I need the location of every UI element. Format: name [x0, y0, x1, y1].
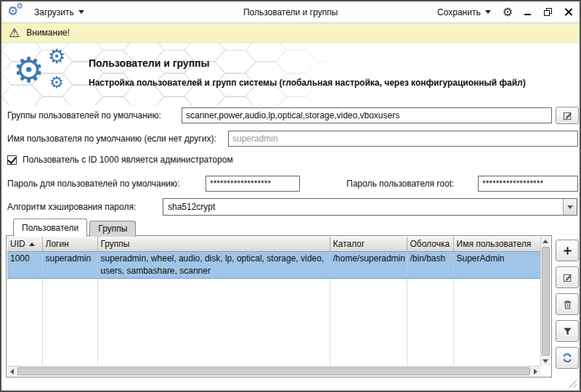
hash-algorithm-value: sha512crypt	[163, 199, 563, 215]
default-groups-label: Группы пользователей по умолчанию:	[7, 107, 161, 123]
titlebar: ⚙⚙ Загрузить Пользователи и группы Сохра…	[1, 1, 580, 23]
tab-users[interactable]: Пользователи	[13, 219, 87, 237]
load-menu-label: Загрузить	[34, 7, 74, 17]
combo-dropdown-button[interactable]	[563, 199, 577, 215]
refresh-button[interactable]	[556, 347, 579, 369]
pencil-icon	[562, 272, 573, 283]
hexagon-fade	[248, 43, 343, 105]
funnel-icon	[562, 326, 573, 337]
plus-icon	[562, 245, 573, 256]
resize-grip[interactable]	[569, 380, 577, 388]
minimize-button[interactable]	[521, 7, 533, 18]
table-header-row: UID Логин Группы Каталог Оболочка Имя по…	[7, 237, 542, 251]
column-header-groups[interactable]: Группы	[97, 237, 330, 251]
load-menu-button[interactable]: Загрузить	[31, 6, 87, 19]
horizontal-scrollbar[interactable]	[7, 366, 540, 376]
sort-asc-icon	[29, 242, 35, 246]
chevron-down-icon	[567, 205, 573, 209]
column-header-login[interactable]: Логин	[42, 237, 97, 251]
app-window: ⚙⚙ Загрузить Пользователи и группы Сохра…	[0, 0, 581, 392]
app-logo-gears: ⚙ ⚙ ⚙	[12, 46, 86, 104]
cell-home: /home/superadmin	[330, 251, 407, 278]
admin-checkbox-row[interactable]: Пользователь с ID 1000 является админист…	[7, 155, 233, 165]
titlebar-left: ⚙⚙ Загрузить	[7, 4, 87, 21]
cell-shell: /bin/bash	[407, 251, 453, 278]
column-header-shell[interactable]: Оболочка	[407, 237, 453, 251]
window-title: Пользователи и группы	[147, 7, 434, 17]
cell-groups: superadmin, wheel, audio, disk, lp, opti…	[97, 251, 330, 278]
save-menu-label: Сохранить	[437, 7, 481, 17]
warning-text: Внимание!	[26, 28, 70, 38]
scroll-up-icon[interactable]	[543, 240, 548, 243]
admin-checkbox[interactable]	[7, 155, 17, 165]
column-header-name[interactable]: Имя пользователя	[453, 237, 542, 251]
scroll-left-icon[interactable]	[10, 369, 14, 375]
edit-user-button[interactable]	[556, 266, 579, 288]
users-table-panel: UID Логин Группы Каталог Оболочка Имя по…	[6, 235, 552, 377]
vertical-scroll-thumb[interactable]	[542, 247, 550, 356]
refresh-icon	[561, 352, 573, 364]
pencil-icon	[562, 110, 573, 121]
app-gears-icon: ⚙⚙	[7, 4, 26, 21]
page-title: Пользователи и группы	[89, 57, 210, 69]
check-icon	[7, 155, 16, 164]
default-groups-input[interactable]	[182, 107, 552, 123]
page-header: ⚙ ⚙ ⚙ Пользователи и группы Настройка по…	[1, 43, 580, 105]
chevron-down-icon	[485, 10, 491, 14]
settings-gear-icon[interactable]: ⚙	[503, 7, 513, 18]
delete-user-button[interactable]	[556, 293, 579, 315]
table-row-empty	[7, 348, 542, 365]
cell-uid: 1000	[7, 251, 42, 278]
table-row-empty	[7, 313, 542, 330]
cell-login: superadmin	[42, 251, 97, 278]
titlebar-right: Сохранить ⚙	[434, 6, 574, 19]
vertical-scrollbar[interactable]	[540, 237, 550, 366]
table-row-empty	[7, 330, 542, 348]
close-icon	[564, 7, 573, 17]
scroll-right-icon[interactable]	[534, 369, 537, 375]
horizontal-scroll-thumb[interactable]	[17, 367, 530, 375]
column-header-home[interactable]: Каталог	[330, 237, 407, 251]
minimize-icon	[524, 14, 531, 15]
restore-icon	[544, 8, 552, 16]
cell-name: SuperAdmin	[453, 251, 542, 278]
table-row-empty	[7, 295, 542, 313]
column-header-uid[interactable]: UID	[7, 237, 42, 251]
default-user-input[interactable]	[228, 131, 578, 147]
hash-algorithm-combobox[interactable]: sha512crypt	[163, 198, 577, 216]
tab-bar: Пользователи Группы	[13, 219, 138, 237]
table-row-empty	[7, 278, 542, 295]
users-table: UID Логин Группы Каталог Оболочка Имя по…	[7, 237, 542, 365]
default-user-label: Имя пользователя по умолчанию (если нет …	[7, 131, 216, 147]
default-groups-edit-button[interactable]	[556, 107, 579, 124]
users-table-wrap: UID Логин Группы Каталог Оболочка Имя по…	[7, 237, 542, 366]
restore-button[interactable]	[542, 7, 553, 18]
hash-algorithm-label: Алгоритм хэширования пароля:	[7, 199, 136, 215]
chevron-down-icon	[78, 10, 84, 14]
tab-groups[interactable]: Группы	[89, 221, 136, 237]
filter-button[interactable]	[556, 320, 579, 342]
scroll-down-icon[interactable]	[543, 359, 548, 363]
admin-checkbox-label: Пользователь с ID 1000 является админист…	[23, 155, 233, 165]
root-password-input[interactable]	[478, 176, 578, 192]
trash-icon	[562, 299, 573, 310]
default-password-label: Пароль для пользователей по умолчанию:	[7, 176, 179, 192]
table-row-selected[interactable]: 1000 superadmin superadmin, wheel, audio…	[7, 251, 542, 278]
default-password-input[interactable]	[206, 176, 300, 192]
root-password-label: Пароль пользователя root:	[346, 176, 454, 192]
add-user-button[interactable]	[556, 240, 579, 261]
warning-banner: ⚠ Внимание!	[1, 23, 580, 43]
warning-icon: ⚠	[9, 27, 20, 39]
page-subtitle: Настройка пользователей и групп системы …	[89, 78, 574, 88]
save-menu-button[interactable]: Сохранить	[434, 6, 494, 19]
close-button[interactable]	[562, 7, 574, 18]
